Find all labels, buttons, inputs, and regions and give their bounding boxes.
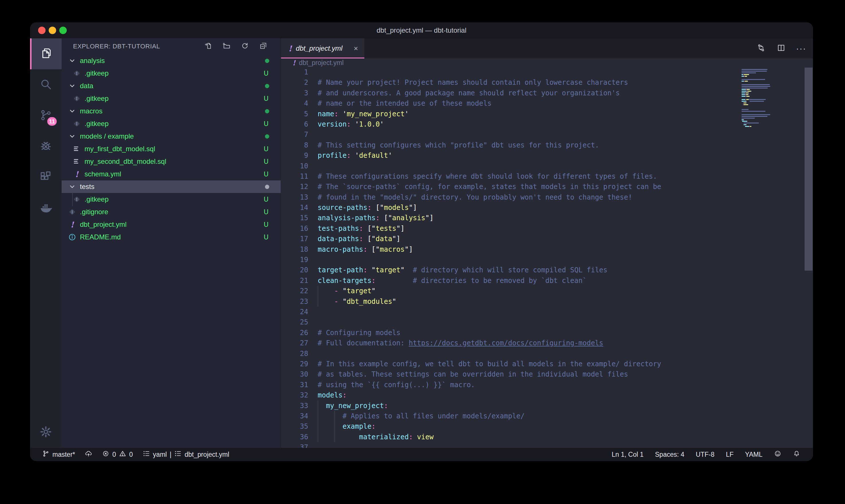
zoom-button[interactable] — [59, 26, 67, 34]
folder-changes-dot-badge — [265, 185, 269, 189]
collapse-folders-button[interactable] — [259, 42, 268, 51]
tree-item-label: my_second_dbt_model.sql — [85, 158, 166, 165]
tree-item--gitkeep[interactable]: .gitkeepU — [61, 118, 281, 130]
line-content: target-path: "target" # directory which … — [318, 265, 607, 275]
line-number: 27 — [281, 338, 308, 348]
chevron-down-icon — [68, 182, 76, 191]
code-line-13: 13# found in the "models/" directory. Yo… — [281, 192, 813, 202]
yaml-warning-icon: ! — [292, 59, 295, 67]
scm-changes-badge: 11 — [47, 116, 58, 127]
new-folder-button[interactable] — [222, 42, 231, 51]
tree-item-readme-md[interactable]: README.mdU — [61, 231, 281, 244]
editor-code-area[interactable]: 12# Name your project! Project names sho… — [281, 67, 813, 448]
line-number: 36 — [281, 432, 308, 442]
status-feedback[interactable] — [774, 450, 781, 459]
more-actions-button[interactable]: ··· — [796, 43, 806, 53]
breadcrumb[interactable]: ! dbt_project.yml — [281, 58, 813, 67]
tree-item-tests[interactable]: tests — [61, 180, 281, 193]
minimize-button[interactable] — [49, 26, 56, 34]
activitybar-item-explorer[interactable] — [30, 38, 61, 69]
tree-item-macros[interactable]: macros — [61, 105, 281, 118]
line-content: profile: 'default' — [318, 150, 392, 161]
new-file-button[interactable] — [204, 42, 213, 51]
line-content: source-paths: ["models"] — [318, 202, 417, 213]
activitybar-item-source-control[interactable]: 11 — [30, 100, 61, 131]
git-untracked-badge: U — [262, 158, 270, 165]
tab-dbt-project-yml[interactable]: ! dbt_project.yml × — [281, 38, 365, 58]
line-content: # and underscores. A good package name s… — [318, 88, 620, 98]
line-number: 17 — [281, 234, 308, 244]
activitybar-item-settings[interactable] — [30, 417, 61, 448]
code-line-6: 6version: '1.0.0' — [281, 119, 813, 129]
activitybar-item-extensions[interactable] — [30, 162, 61, 193]
tree-indent-guide — [72, 193, 73, 206]
line-content: my_new_project: — [318, 401, 388, 411]
close-button[interactable] — [38, 26, 46, 34]
line-number: 14 — [281, 202, 308, 213]
list-file-icon — [72, 145, 81, 153]
titlebar[interactable]: dbt_project.yml — dbt-tutorial — [30, 22, 813, 38]
tree-item--gitkeep[interactable]: .gitkeepU — [61, 92, 281, 105]
status-text: Spaces: 4 — [655, 451, 684, 458]
code-line-30: 30# as tables. These settings can be ove… — [281, 369, 813, 379]
list-selection-icon — [174, 450, 182, 459]
indent-guide — [318, 286, 318, 296]
activitybar-item-run-debug[interactable] — [30, 131, 61, 162]
search-icon — [39, 78, 52, 92]
status-text: UTF-8 — [696, 451, 714, 458]
tree-item-models-example[interactable]: models / example — [61, 130, 281, 143]
tree-item-dbt-project-yml[interactable]: !dbt_project.ymlU — [61, 218, 281, 231]
tree-item--gitkeep[interactable]: .gitkeepU — [61, 193, 281, 205]
tree-item-analysis[interactable]: analysis — [61, 54, 281, 67]
tree-item-my-first-dbt-model-sql[interactable]: my_first_dbt_model.sqlU — [61, 143, 281, 155]
tree-item-label: .gitkeep — [85, 120, 109, 128]
status-git-branch-status[interactable]: master* — [42, 450, 75, 459]
status-language-mode[interactable]: YAML — [745, 451, 762, 458]
status-problems-status[interactable]: 00 — [102, 450, 133, 459]
line-number: 20 — [281, 265, 308, 275]
split-editor-button[interactable] — [776, 43, 786, 53]
line-number: 21 — [281, 275, 308, 286]
git-untracked-badge: U — [262, 208, 270, 216]
tree-item-data[interactable]: data — [61, 79, 281, 92]
refresh-icon — [241, 42, 249, 51]
status-yaml-schema-status[interactable]: yaml|dbt_project.yml — [143, 450, 230, 459]
status-publish-changes[interactable] — [85, 450, 92, 459]
code-line-4: 4# name or the intended use of these mod… — [281, 98, 813, 109]
editor-scrollbar[interactable] — [805, 68, 813, 271]
git-icon — [72, 69, 81, 78]
status-text: YAML — [745, 451, 762, 458]
line-content: macro-paths: ["macros"] — [318, 244, 413, 255]
minimap[interactable] — [742, 67, 805, 136]
tab-close-icon[interactable]: × — [354, 44, 358, 53]
tree-item--gitignore[interactable]: .gitignoreU — [61, 205, 281, 218]
activitybar-item-search[interactable] — [30, 69, 61, 100]
line-content: # using the `{{ config(...) }}` macro. — [318, 380, 475, 390]
status-notifications[interactable] — [793, 450, 800, 459]
line-content: # Name your project! Project names shoul… — [318, 77, 628, 88]
tree-item--gitkeep[interactable]: .gitkeepU — [61, 67, 281, 79]
status-eol-sequence[interactable]: LF — [726, 451, 734, 458]
line-number: 15 — [281, 213, 308, 223]
line-number: 7 — [281, 129, 308, 140]
indent-guide — [318, 432, 318, 442]
status-indentation[interactable]: Spaces: 4 — [655, 451, 684, 458]
tree-item-my-second-dbt-model-sql[interactable]: my_second_dbt_model.sqlU — [61, 155, 281, 168]
activitybar-item-docker[interactable] — [30, 193, 61, 224]
status-encoding[interactable]: UTF-8 — [696, 451, 714, 458]
branch-icon — [42, 450, 50, 459]
status-bar: master*00yaml|dbt_project.yml Ln 1, Col … — [30, 448, 813, 461]
tree-item-label: .gitignore — [80, 208, 108, 216]
line-number: 9 — [281, 150, 308, 161]
refresh-button[interactable] — [240, 42, 249, 51]
folder-changes-dot-badge — [265, 84, 269, 88]
open-changes-button[interactable] — [756, 43, 766, 53]
code-line-15: 15analysis-paths: ["analysis"] — [281, 213, 813, 223]
status-cursor-position[interactable]: Ln 1, Col 1 — [612, 451, 644, 458]
line-content: # The `source-paths` config, for example… — [318, 182, 661, 192]
tree-item-schema-yml[interactable]: !schema.ymlU — [61, 168, 281, 180]
git-icon — [72, 94, 81, 103]
code-line-20: 20target-path: "target" # directory whic… — [281, 265, 813, 275]
breadcrumb-file[interactable]: dbt_project.yml — [299, 59, 344, 67]
folder-changes-dot-badge — [265, 109, 269, 113]
